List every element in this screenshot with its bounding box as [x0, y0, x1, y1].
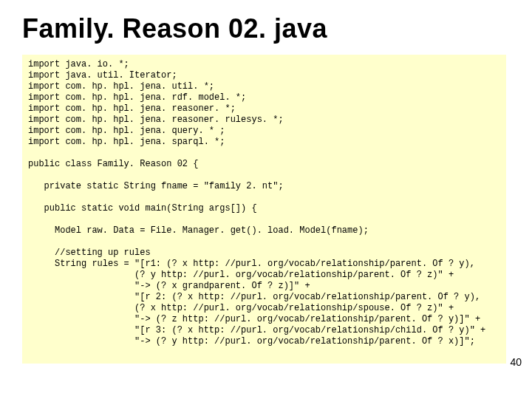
- code-block: import java. io. *; import java. util. I…: [22, 55, 506, 364]
- slide-title: Family. Reason 02. java: [22, 13, 510, 44]
- slide: Family. Reason 02. java import java. io.…: [0, 0, 532, 399]
- page-number: 40: [510, 356, 522, 368]
